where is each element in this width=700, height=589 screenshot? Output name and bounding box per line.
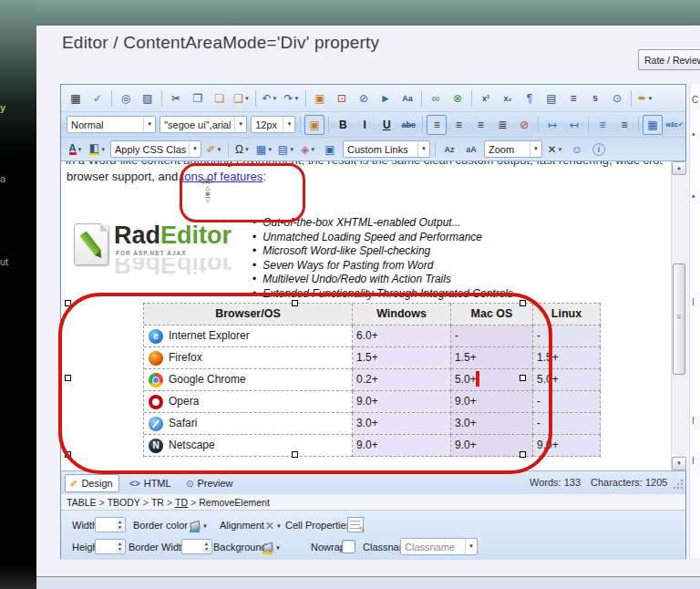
- chevron-down-icon: ▼: [77, 147, 83, 152]
- toolbar-separator: [588, 117, 589, 133]
- insert-form-element-button[interactable]: ▤▼: [276, 140, 296, 160]
- paste-button[interactable]: ❏: [210, 88, 230, 108]
- image-map-editor-button[interactable]: ▣: [304, 115, 324, 135]
- chevron-down-icon: ▼: [648, 96, 654, 101]
- remove-link-button[interactable]: ⊗: [448, 88, 468, 108]
- indent-button[interactable]: ↦: [542, 115, 562, 135]
- document-manager-button[interactable]: ⊡: [332, 88, 352, 108]
- insert-template-button[interactable]: ▣: [320, 140, 340, 160]
- paint-bucket-icon: [262, 542, 273, 553]
- justify-button[interactable]: ≣: [492, 115, 512, 135]
- breadcrumb-item-td[interactable]: TD: [175, 497, 188, 508]
- insert-date-button[interactable]: ⊙: [607, 88, 627, 108]
- xhtml-validator-button[interactable]: w3c✓: [664, 115, 685, 135]
- underline-button[interactable]: U: [376, 115, 396, 135]
- module-manager-button[interactable]: ✕▼: [545, 140, 565, 160]
- select-all-button[interactable]: ▧: [138, 88, 158, 108]
- new-paragraph-button[interactable]: ¶: [520, 88, 540, 108]
- foreground-color-button[interactable]: A▼: [66, 140, 86, 160]
- print-button[interactable]: ▦: [66, 88, 86, 108]
- height-input[interactable]: ▲▼: [95, 539, 126, 554]
- toggle-table-borders-button[interactable]: ▦: [643, 115, 663, 135]
- spellcheck-button[interactable]: ✓: [88, 88, 108, 108]
- bold-button[interactable]: B: [333, 115, 353, 135]
- format-stripper-button[interactable]: ✒▼: [635, 88, 655, 108]
- paragraph-style-dropdown[interactable]: Normal▼: [67, 116, 156, 133]
- nowrap-checkbox[interactable]: [342, 540, 355, 553]
- flash-manager-icon: ⊘: [359, 93, 368, 104]
- font-size-dropdown[interactable]: 12px▼: [251, 116, 295, 133]
- align-left-button[interactable]: ≡: [427, 115, 447, 135]
- media-manager-icon: ►: [380, 93, 391, 104]
- insert-snippet-button[interactable]: ▤: [541, 88, 561, 108]
- cut-button[interactable]: ✂: [166, 88, 186, 108]
- align-right-button[interactable]: ≡: [470, 115, 490, 135]
- toolbar-separator: [631, 90, 632, 107]
- about-button[interactable]: i: [589, 140, 609, 160]
- media-manager-button[interactable]: ►: [376, 88, 396, 108]
- toggle-table-borders-icon: ▦: [647, 119, 657, 130]
- insert-table-button[interactable]: ▦▼: [254, 140, 274, 160]
- apply-css-class-dropdown[interactable]: Apply CSS Clas▼: [110, 140, 201, 158]
- tab-html[interactable]: <> HTML: [125, 474, 171, 492]
- redo-button[interactable]: ↷▼: [282, 88, 302, 108]
- align-center-button[interactable]: ≡: [448, 115, 468, 135]
- italic-button[interactable]: I: [355, 115, 375, 135]
- image-manager-button[interactable]: ▣: [310, 88, 330, 108]
- breadcrumb-item-tbody[interactable]: TBODY: [108, 497, 140, 508]
- tab-preview[interactable]: ⊙ Preview: [181, 474, 233, 492]
- width-input[interactable]: ▲▼: [95, 517, 126, 532]
- cell-properties-button[interactable]: [345, 515, 366, 534]
- background-button[interactable]: ▼: [259, 538, 283, 557]
- numbered-list-button[interactable]: ≡: [592, 115, 612, 135]
- horizontal-rule-button[interactable]: ≡: [563, 88, 583, 108]
- breadcrumb-item-table[interactable]: TABLE: [67, 497, 96, 508]
- breadcrumb-item-tr[interactable]: TR: [151, 497, 164, 508]
- chevron-down-icon: ▼: [267, 147, 273, 152]
- toolbar-separator: [435, 141, 436, 158]
- feature-item: Unmatched Loading Speed and Performance: [252, 231, 513, 245]
- toolbar-separator: [422, 117, 423, 133]
- resize-grip[interactable]: [674, 480, 683, 489]
- breadcrumb-item-removeelement[interactable]: RemoveElement: [199, 497, 270, 508]
- strikethrough-button[interactable]: abe: [398, 115, 418, 135]
- convert-to-uppercase-button[interactable]: aA: [461, 140, 481, 160]
- font-name-dropdown[interactable]: "segoe ui",arial▼: [160, 116, 247, 133]
- remove-alignment-button[interactable]: ⊘: [514, 115, 534, 135]
- paste-options-button[interactable]: ❑▼: [232, 88, 252, 108]
- border-width-input[interactable]: ▲▼: [181, 539, 212, 554]
- track-changes-user-icon: ☺: [571, 144, 582, 155]
- content-scrollbar[interactable]: ▲ ▼: [671, 161, 686, 470]
- undo-button[interactable]: ↶▼: [260, 88, 280, 108]
- custom-links-dropdown[interactable]: Custom Links▼: [343, 140, 430, 158]
- bullet-list-button[interactable]: ≡: [614, 115, 634, 135]
- background-color-icon: ◧: [89, 144, 99, 155]
- page-number-button[interactable]: 5: [585, 88, 605, 108]
- border-color-button[interactable]: ▼: [186, 516, 211, 535]
- outdent-icon: ↤: [570, 119, 579, 130]
- insert-link-button[interactable]: ∞: [426, 88, 446, 108]
- pencil-icon: [79, 231, 101, 256]
- flash-manager-button[interactable]: ⊘: [354, 88, 374, 108]
- scroll-down-button[interactable]: ▼: [672, 457, 686, 470]
- insert-symbol-button[interactable]: Ω▼: [232, 140, 252, 160]
- outdent-button[interactable]: ↤: [564, 115, 584, 135]
- convert-to-lowercase-button[interactable]: Az: [439, 140, 459, 160]
- classname-select[interactable]: Classname ▼: [400, 538, 478, 555]
- alignment-button[interactable]: ✕ ▼: [262, 516, 284, 535]
- zoom-dropdown[interactable]: Zoom▼: [484, 140, 542, 158]
- tab-design[interactable]: ✐ Design: [65, 474, 119, 492]
- copy-button[interactable]: ❐: [188, 88, 208, 108]
- background-color-button[interactable]: ◧▼: [88, 140, 108, 160]
- chevron-down-icon: ▼: [558, 147, 563, 152]
- subscript-button[interactable]: x₂: [498, 88, 518, 108]
- scrollbar-thumb[interactable]: [673, 264, 685, 375]
- superscript-button[interactable]: x²: [476, 88, 496, 108]
- track-changes-user-button[interactable]: ☺: [567, 140, 587, 160]
- insert-code-snippet-button[interactable]: ◈▼: [298, 140, 318, 160]
- find-and-replace-button[interactable]: ◎: [116, 88, 136, 108]
- template-manager-button[interactable]: Aa: [397, 88, 417, 108]
- scroll-up-button[interactable]: ▲: [672, 161, 686, 175]
- format-painter-button[interactable]: ✐▼: [204, 140, 224, 160]
- rate-review-button[interactable]: Rate / Review ▼: [638, 49, 700, 70]
